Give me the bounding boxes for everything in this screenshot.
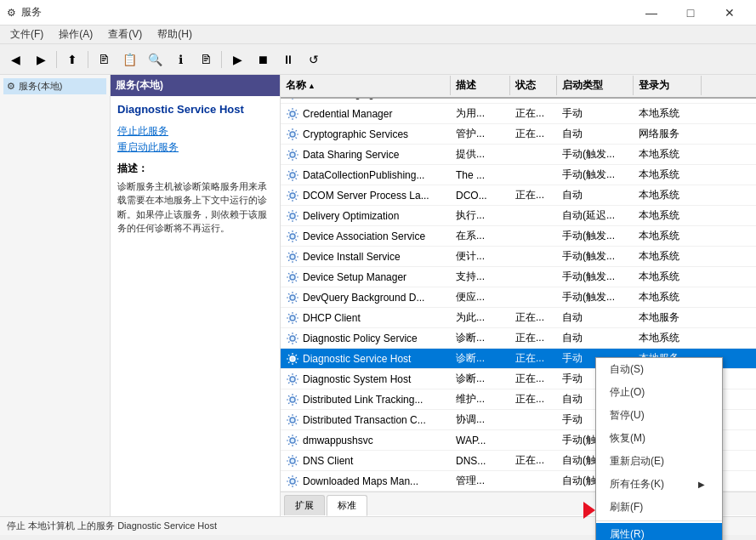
toolbar-btn7[interactable]: 🖹 [194,48,218,71]
title-bar-controls: — □ ✕ [632,0,749,26]
toolbar-forward[interactable]: ▶ [29,48,53,71]
context-menu-item[interactable]: 恢复(M) [596,427,722,450]
toolbar-btn4[interactable]: 📋 [117,48,141,71]
table-row[interactable]: DCOM Server Process La...DCO...正在...自动本地… [281,185,756,206]
context-menu-item[interactable]: 所有任务(K)▶ [596,473,722,496]
mid-panel: 服务(本地) Diagnostic Service Host 停止此服务 重启动… [111,75,281,516]
toolbar-play[interactable]: ▶ [225,48,249,71]
svg-point-1 [290,111,295,117]
service-icon [286,148,299,162]
service-icon [286,99,299,100]
toolbar-up[interactable]: ⬆ [60,48,84,71]
table-row[interactable]: Device Install Service便计...手动(触发...本地系统 [281,247,756,267]
service-icon [286,311,299,325]
service-icon [286,189,299,202]
service-icon [286,434,299,447]
restart-service-link[interactable]: 重启动此服务 [117,140,273,155]
service-icon [286,475,299,488]
svg-point-14 [290,377,295,382]
svg-point-19 [290,479,295,484]
toolbar: ◀ ▶ ⬆ 🖹 📋 🔍 ℹ 🖹 ▶ ⏹ ⏸ ↺ [0,44,756,75]
left-nav-services-local[interactable]: ⚙ 服务(本地) [3,78,106,94]
service-icon [286,454,299,468]
status-text: 停止 本地计算机 上的服务 Diagnostic Service Host [7,520,217,532]
context-menu-item[interactable]: 重新启动(E) [596,450,722,473]
toolbar-sep1 [56,51,57,68]
svg-point-5 [290,193,295,198]
toolbar-restart[interactable]: ↺ [302,48,326,71]
svg-point-2 [290,132,295,137]
menu-view[interactable]: 查看(V) [101,26,149,43]
toolbar-sep2 [88,51,88,68]
service-icon [286,413,299,427]
sort-arrow-icon: ▲ [308,82,315,90]
service-icon [286,128,299,141]
svg-point-7 [290,234,295,239]
toolbar-sep3 [221,51,222,68]
context-menu: 自动(S)停止(O)暂停(U)恢复(M)重新启动(E)所有任务(K)▶刷新(F)… [595,357,723,540]
minimize-button[interactable]: — [632,0,671,26]
table-row[interactable]: Device Association Service在系...手动(触发...本… [281,226,756,247]
col-startup[interactable]: 启动类型 [557,76,634,95]
service-icon [286,332,299,345]
selected-service-name: Diagnostic Service Host [117,103,273,117]
context-menu-item[interactable]: 暂停(U) [596,404,722,427]
svg-point-4 [290,173,295,178]
table-row[interactable]: DataCollectionPublishing...The ...手动(触发.… [281,165,756,185]
table-row[interactable]: Cryptographic Services管护...正在...自动网络服务 [281,124,756,145]
toolbar-btn6[interactable]: ℹ [168,48,192,71]
menu-bar: 文件(F) 操作(A) 查看(V) 帮助(H) [0,26,756,44]
toolbar-btn5[interactable]: 🔍 [143,48,167,71]
col-name[interactable]: 名称 ▲ [281,76,451,95]
menu-help[interactable]: 帮助(H) [151,26,199,43]
service-icon [286,250,299,264]
context-menu-item[interactable]: 刷新(F) [596,496,722,519]
menu-file[interactable]: 文件(F) [3,26,50,43]
close-button[interactable]: ✕ [710,0,749,26]
svg-point-8 [290,254,295,259]
service-icon [286,291,299,304]
col-status[interactable]: 状态 [510,76,557,95]
tab-extended[interactable]: 扩展 [284,495,325,515]
table-row[interactable]: Diagnostic Policy Service诊断...正在...自动本地系… [281,328,756,349]
table-row[interactable]: Credential Manager为用...正在...手动本地系统 [281,104,756,124]
col-desc[interactable]: 描述 [451,76,510,95]
service-panel-header: 服务(本地) [111,75,280,96]
svg-point-11 [290,315,295,321]
toolbar-pause[interactable]: ⏸ [276,48,300,71]
menu-action[interactable]: 操作(A) [52,26,99,43]
app-icon: ⚙ [7,7,16,19]
table-row[interactable]: DHCP Client为此...正在...自动本地服务 [281,308,756,328]
svg-point-17 [290,438,295,443]
toolbar-btn3[interactable]: 🖹 [92,48,116,71]
context-menu-separator [596,520,722,521]
context-menu-arrow [583,502,595,519]
maximize-button[interactable]: □ [671,0,710,26]
nav-icon: ⚙ [7,81,15,92]
context-menu-item[interactable]: 自动(S) [596,358,722,381]
desc-title-label: 描述： [117,162,273,176]
stop-service-link[interactable]: 停止此服务 [117,124,273,139]
service-icon [286,168,299,182]
table-row[interactable]: DevQuery Background D...便应...手动(触发...本地系… [281,287,756,308]
col-login[interactable]: 登录为 [634,76,702,95]
context-menu-item[interactable]: 停止(O) [596,381,722,404]
window-title: 服务 [21,5,42,20]
nav-label: 服务(本地) [19,80,62,93]
table-header: 名称 ▲ 描述 状态 启动类型 登录为 [281,75,756,99]
left-panel: ⚙ 服务(本地) [0,75,111,516]
table-row[interactable]: Device Setup Manager支持...手动(触发...本地系统 [281,267,756,287]
svg-point-12 [290,336,295,341]
submenu-arrow-icon: ▶ [698,480,705,489]
toolbar-stop[interactable]: ⏹ [251,48,275,71]
toolbar-back[interactable]: ◀ [3,48,27,71]
svg-point-6 [290,213,295,219]
tab-standard[interactable]: 标准 [327,495,367,516]
title-bar-left: ⚙ 服务 [7,5,42,20]
table-row[interactable]: Delivery Optimization执行...自动(延迟...本地系统 [281,206,756,226]
table-row[interactable]: Data Sharing Service提供...手动(触发...本地系统 [281,145,756,165]
service-description: 诊断服务主机被诊断策略服务用来承载需要在本地服务上下文中运行的诊断。如果停止该服… [117,179,273,236]
svg-point-9 [290,275,295,280]
svg-point-15 [290,397,295,402]
context-menu-item[interactable]: 属性(R) [596,523,722,540]
